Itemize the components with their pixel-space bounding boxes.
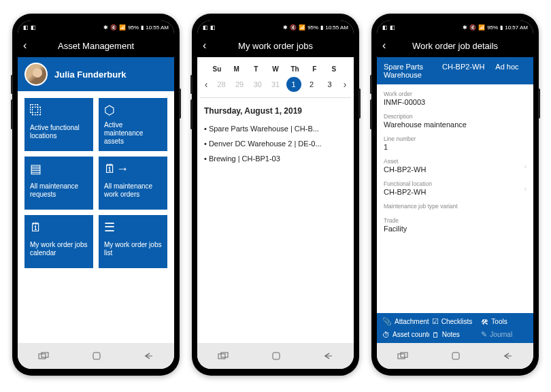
detail-header: Spare Parts Warehouse CH-BP2-WH Ad hoc — [377, 57, 533, 84]
back-nav-icon[interactable] — [502, 352, 513, 360]
back-icon[interactable]: ‹ — [203, 39, 206, 52]
action-asset-counters[interactable]: ⏱Asset counters — [382, 330, 429, 339]
recents-icon[interactable] — [38, 352, 50, 360]
cal-day[interactable]: 3 — [322, 77, 337, 92]
home-icon[interactable] — [92, 351, 101, 361]
location-icon: ⿻ — [30, 103, 88, 121]
tile-my-work-order-jobs-calendar[interactable]: 🗓 My work order jobs calendar — [24, 215, 93, 268]
clock: 10:57 AM — [505, 24, 528, 31]
phone-asset-mgmt: ◧◧ ✱🔇📶 95% ▮ 10:55 AM ‹ Asset Management… — [12, 14, 180, 376]
clock: 10:55 AM — [146, 24, 169, 31]
app-header: ‹ Asset Management — [18, 34, 174, 57]
tile-active-functional-locations[interactable]: ⿻ Active functional locations — [24, 98, 93, 151]
list-icon: ☰ — [104, 220, 162, 238]
field-description: Description Warehouse maintenance — [384, 110, 527, 132]
tile-grid: ⿻ Active functional locations ⬡ Active m… — [18, 91, 174, 275]
status-bar: ◧◧ ✱🔇📶 95% ▮ 10:55 AM — [18, 20, 174, 34]
svg-rect-8 — [398, 354, 405, 359]
svg-rect-6 — [273, 353, 280, 359]
list-item[interactable]: • Denver DC Warehouse 2 | DE-0... — [204, 136, 347, 151]
cal-day[interactable]: 28 — [214, 77, 229, 92]
calendar-icon: 🗓 — [30, 220, 88, 238]
cal-day[interactable]: 31 — [268, 77, 283, 92]
field-list: Work order INMF-00003 Description Wareho… — [377, 84, 533, 313]
action-tools[interactable]: 🛠Tools — [481, 317, 528, 326]
tile-all-maintenance-requests[interactable]: ▤ All maintenance requests — [24, 157, 93, 210]
app-header: ‹ Work order job details — [377, 34, 533, 57]
app-header: ‹ My work order jobs — [197, 34, 354, 57]
phone-details: ◧◧ ✱🔇📶 95% ▮ 10:57 AM ‹ Work order job d… — [371, 14, 539, 376]
back-nav-icon[interactable] — [143, 352, 154, 360]
svg-rect-9 — [401, 353, 407, 357]
list-item[interactable]: • Brewing | CH-BP1-03 — [204, 151, 347, 166]
home-icon[interactable] — [451, 351, 461, 361]
svg-rect-2 — [93, 353, 100, 359]
page-title: Asset Management — [24, 41, 167, 51]
calendar-arrow-icon: 🗓→ — [104, 162, 162, 180]
clock: 10:55 AM — [325, 24, 348, 31]
next-week-icon[interactable]: › — [340, 79, 350, 90]
page-title: Work order job details — [384, 41, 527, 51]
counter-icon: ⏱ — [382, 331, 390, 339]
back-icon[interactable]: ‹ — [382, 39, 386, 52]
cal-day[interactable]: 29 — [232, 77, 247, 92]
field-functional-location[interactable]: Functional location CH-BP2-WH › — [384, 177, 527, 199]
cal-day[interactable]: 2 — [304, 77, 319, 92]
list-item[interactable]: • Spare Parts Warehouse | CH-B... — [204, 121, 347, 136]
asset-name: Spare Parts Warehouse — [384, 63, 431, 79]
action-checklists[interactable]: ☑Checklists — [432, 317, 479, 326]
tile-all-maintenance-work-orders[interactable]: 🗓→ All maintenance work orders — [99, 157, 167, 210]
cal-day-selected[interactable]: 1 — [286, 77, 301, 92]
back-nav-icon[interactable] — [322, 352, 333, 360]
battery-text: 95% — [128, 24, 139, 31]
recents-icon[interactable] — [218, 352, 230, 360]
job-type: Ad hoc — [495, 63, 518, 79]
asset-code: CH-BP2-WH — [442, 63, 484, 79]
home-icon[interactable] — [271, 351, 281, 361]
svg-rect-4 — [218, 354, 225, 359]
svg-rect-5 — [221, 353, 228, 357]
field-asset[interactable]: Asset CH-BP2-WH › — [384, 154, 527, 177]
field-job-type-variant: Maintenance job type variant — [384, 199, 527, 214]
tile-my-work-order-jobs-list[interactable]: ☰ My work order jobs list — [99, 215, 167, 268]
action-bar: 📎Attachments ☑Checklists 🛠Tools ⏱Asset c… — [377, 313, 533, 343]
field-line-number: Line number 1 — [384, 132, 527, 154]
action-journals[interactable]: ✎Journal — [481, 330, 528, 339]
field-trade: Trade Facility — [384, 214, 527, 236]
android-nav — [377, 343, 533, 369]
svg-rect-1 — [41, 353, 48, 357]
paperclip-icon: 📎 — [382, 317, 392, 326]
checklist-icon: ☑ — [432, 317, 439, 326]
calendar-strip: Su M T W Th F S ‹ 28 29 30 31 1 2 3 — [197, 57, 354, 98]
tools-icon: 🛠 — [481, 318, 488, 326]
android-nav — [197, 343, 354, 369]
android-nav — [18, 343, 174, 369]
status-bar: ◧◧ ✱🔇📶 95% ▮ 10:55 AM — [197, 20, 354, 34]
chevron-right-icon: › — [524, 163, 527, 170]
svg-rect-0 — [39, 354, 46, 359]
journal-icon: ✎ — [481, 330, 487, 339]
back-icon[interactable]: ‹ — [23, 39, 27, 52]
action-notes[interactable]: 🗒Notes — [432, 330, 479, 339]
phone-calendar: ◧◧ ✱🔇📶 95% ▮ 10:55 AM ‹ My work order jo… — [192, 14, 359, 376]
cal-day[interactable]: 30 — [250, 77, 265, 92]
user-name: Julia Funderburk — [54, 69, 126, 80]
chevron-right-icon: › — [524, 185, 527, 193]
recents-icon[interactable] — [397, 352, 410, 360]
steps-icon: ▤ — [30, 162, 88, 180]
field-work-order: Work order INMF-00003 — [384, 87, 527, 110]
job-list: • Spare Parts Warehouse | CH-B... • Denv… — [197, 121, 354, 166]
svg-rect-10 — [452, 353, 459, 359]
tile-active-maintenance-assets[interactable]: ⬡ Active maintenance assets — [99, 98, 167, 151]
status-bar: ◧◧ ✱🔇📶 95% ▮ 10:57 AM — [377, 20, 533, 34]
selected-date: Thursday, August 1, 2019 — [197, 102, 354, 121]
action-attachments[interactable]: 📎Attachments — [382, 317, 429, 326]
user-row[interactable]: Julia Funderburk — [18, 57, 174, 91]
prev-week-icon[interactable]: ‹ — [201, 79, 211, 90]
notes-icon: 🗒 — [432, 331, 439, 339]
page-title: My work order jobs — [204, 41, 347, 51]
avatar — [24, 63, 48, 86]
box-icon: ⬡ — [104, 103, 162, 118]
